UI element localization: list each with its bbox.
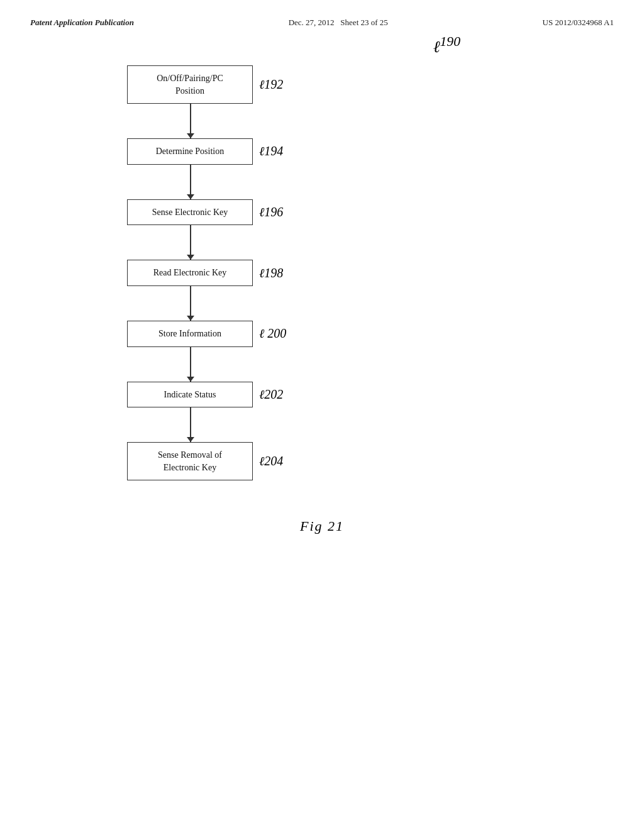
flow-chart: On/Off/Pairing/PCPosition ℓ192 Determine… (127, 65, 479, 480)
header-center: Dec. 27, 2012 Sheet 23 of 25 (289, 18, 388, 28)
box-202: Indicate Status (127, 382, 253, 408)
arrow-6 (190, 407, 191, 442)
ref-198: ℓ198 (259, 266, 283, 280)
box-196: Sense Electronic Key (127, 199, 253, 226)
arrow-3 (190, 225, 191, 260)
box-200: Store Information (127, 321, 253, 347)
step-200: Store Information ℓ 200 (127, 321, 286, 347)
ref-196: ℓ196 (259, 205, 283, 219)
step-196: Sense Electronic Key ℓ196 (127, 199, 283, 226)
header-right: US 2012/0324968 A1 (543, 18, 614, 28)
ref-200: ℓ 200 (259, 326, 286, 341)
diagram-area: ℓ190 On/Off/Pairing/PCPosition ℓ192 Dete… (0, 65, 644, 480)
step-194: Determine Position ℓ194 (127, 138, 283, 165)
box-198: Read Electronic Key (127, 260, 253, 286)
ref-190-label: ℓ190 (433, 34, 460, 57)
box-192: On/Off/Pairing/PCPosition (127, 65, 253, 104)
step-204: Sense Removal ofElectronic Key ℓ204 (127, 442, 283, 480)
ref-194: ℓ194 (259, 144, 283, 158)
page-header: Patent Application Publication Dec. 27, … (0, 0, 644, 28)
figure-label: Fig 21 (0, 518, 644, 534)
ref-202: ℓ202 (259, 387, 283, 402)
step-192: On/Off/Pairing/PCPosition ℓ192 (127, 65, 283, 104)
arrow-2 (190, 165, 191, 199)
ref-204: ℓ204 (259, 454, 283, 468)
step-202: Indicate Status ℓ202 (127, 382, 283, 408)
arrow-5 (190, 347, 191, 382)
header-left: Patent Application Publication (30, 18, 134, 28)
ref-192: ℓ192 (259, 77, 283, 92)
arrow-4 (190, 286, 191, 321)
step-198: Read Electronic Key ℓ198 (127, 260, 283, 286)
arrow-1 (190, 104, 191, 138)
box-204: Sense Removal ofElectronic Key (127, 442, 253, 480)
box-194: Determine Position (127, 138, 253, 165)
